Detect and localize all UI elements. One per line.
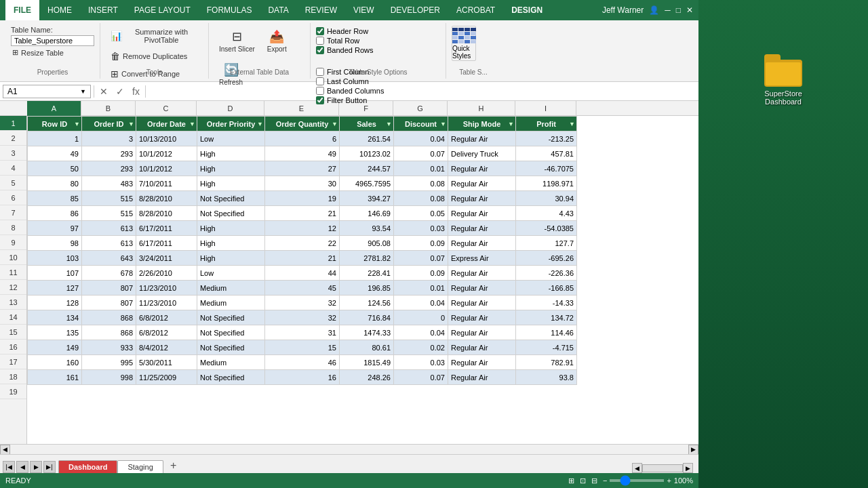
cell-r11-c8[interactable]: -226.36 (516, 266, 577, 281)
filter-btn-3[interactable]: ▼ (257, 121, 263, 127)
table-row[interactable]: 804837/10/2011High304965.75950.08Regular… (28, 176, 577, 191)
cell-r7-c4[interactable]: 21 (265, 206, 340, 221)
cell-r12-c3[interactable]: Medium (197, 281, 265, 296)
row-num-12[interactable]: 12 (0, 280, 26, 295)
cell-r12-c0[interactable]: 127 (28, 281, 82, 296)
cell-r8-c5[interactable]: 93.54 (340, 221, 394, 236)
cell-r17-c8[interactable]: 782.91 (516, 355, 577, 370)
tab-home[interactable]: HOME (39, 0, 80, 20)
cell-r8-c6[interactable]: 0.03 (394, 221, 448, 236)
cell-r5-c2[interactable]: 7/10/2011 (136, 176, 197, 191)
cell-r14-c6[interactable]: 0 (394, 310, 448, 325)
cell-r17-c4[interactable]: 46 (265, 355, 340, 370)
sheet-scroll-right[interactable]: ▶ (683, 463, 693, 473)
cell-r5-c7[interactable]: Regular Air (448, 176, 516, 191)
cell-r18-c6[interactable]: 0.07 (394, 370, 448, 385)
cell-r10-c0[interactable]: 103 (28, 251, 82, 266)
cell-r2-c4[interactable]: 6 (265, 131, 340, 146)
cell-r4-c7[interactable]: Regular Air (448, 161, 516, 176)
cell-r2-c3[interactable]: Low (197, 131, 265, 146)
row-num-6[interactable]: 6 (0, 190, 26, 205)
cell-r18-c2[interactable]: 11/25/2009 (136, 370, 197, 385)
pivot-table-btn[interactable]: 📊 Summarize with PivotTable (106, 26, 203, 46)
cell-r16-c6[interactable]: 0.02 (394, 340, 448, 355)
cell-r7-c5[interactable]: 146.69 (340, 206, 394, 221)
table-header-row-id[interactable]: Row ID▼ (28, 117, 82, 131)
row-num-13[interactable]: 13 (0, 295, 26, 310)
cell-r18-c3[interactable]: Not Specified (197, 370, 265, 385)
cell-r17-c3[interactable]: Medium (197, 355, 265, 370)
cell-r5-c3[interactable]: High (197, 176, 265, 191)
cell-r15-c4[interactable]: 31 (265, 325, 340, 340)
page-layout-btn[interactable]: ⊞ (568, 476, 574, 485)
cell-r8-c3[interactable]: High (197, 221, 265, 236)
cell-r15-c6[interactable]: 0.04 (394, 325, 448, 340)
name-box-dropdown[interactable]: ▼ (80, 88, 86, 95)
cell-r16-c4[interactable]: 15 (265, 340, 340, 355)
cell-r3-c8[interactable]: 457.81 (516, 146, 577, 161)
cell-r6-c7[interactable]: Regular Air (448, 191, 516, 206)
col-header-I[interactable]: I (515, 101, 576, 116)
tab-acrobat[interactable]: ACROBAT (448, 0, 503, 20)
row-num-5[interactable]: 5 (0, 176, 26, 190)
cell-r11-c0[interactable]: 107 (28, 266, 82, 281)
cell-r12-c5[interactable]: 196.85 (340, 281, 394, 296)
table-row[interactable]: 12880711/23/2010Medium32124.560.04Regula… (28, 296, 577, 310)
cell-r18-c0[interactable]: 161 (28, 370, 82, 385)
cell-r13-c3[interactable]: Medium (197, 296, 265, 310)
resize-table-btn[interactable]: ⊞ Resize Table (11, 47, 94, 58)
cell-r8-c8[interactable]: -54.0385 (516, 221, 577, 236)
sheet-tab-staging[interactable]: Staging (117, 460, 163, 473)
cell-r7-c8[interactable]: 4.43 (516, 206, 577, 221)
cell-r10-c2[interactable]: 3/24/2011 (136, 251, 197, 266)
table-row[interactable]: 5029310/1/2012High27244.570.01Regular Ai… (28, 161, 577, 176)
cell-r8-c0[interactable]: 97 (28, 221, 82, 236)
cell-r8-c7[interactable]: Regular Air (448, 221, 516, 236)
cell-r4-c6[interactable]: 0.01 (394, 161, 448, 176)
table-header-order-priority[interactable]: Order Priority▼ (197, 117, 265, 131)
cell-r4-c0[interactable]: 50 (28, 161, 82, 176)
cell-r5-c4[interactable]: 30 (265, 176, 340, 191)
cell-r14-c3[interactable]: Not Specified (197, 310, 265, 325)
cell-r18-c1[interactable]: 998 (82, 370, 136, 385)
table-row[interactable]: 1310/13/2010Low6261.540.04Regular Air-21… (28, 131, 577, 146)
col-header-C[interactable]: C (136, 101, 197, 116)
sheet-next-btn[interactable]: ▶ (30, 461, 42, 473)
filter-btn-1[interactable]: ▼ (128, 121, 134, 127)
table-header-order-quantity[interactable]: Order Quantity▼ (265, 117, 340, 131)
cell-r13-c2[interactable]: 11/23/2010 (136, 296, 197, 310)
tab-insert[interactable]: INSERT (80, 0, 126, 20)
cell-r11-c5[interactable]: 228.41 (340, 266, 394, 281)
sheet-first-btn[interactable]: |◀ (3, 461, 15, 473)
normal-view-btn[interactable]: ⊡ (580, 476, 586, 485)
cell-r9-c3[interactable]: High (197, 236, 265, 251)
sheet-scroll-left[interactable]: ◀ (632, 463, 642, 473)
cell-r4-c4[interactable]: 27 (265, 161, 340, 176)
cell-r10-c5[interactable]: 2781.82 (340, 251, 394, 266)
row-num-7[interactable]: 7 (0, 205, 26, 220)
cell-r10-c4[interactable]: 21 (265, 251, 340, 266)
table-row[interactable]: 855158/28/2010Not Specified19394.270.08R… (28, 191, 577, 206)
row-num-2[interactable]: 2 (0, 131, 26, 146)
filter-btn-2[interactable]: ▼ (189, 121, 195, 127)
zoom-out-btn[interactable]: − (603, 476, 607, 485)
cell-r12-c2[interactable]: 11/23/2010 (136, 281, 197, 296)
cell-r15-c3[interactable]: Not Specified (197, 325, 265, 340)
cell-r13-c7[interactable]: Regular Air (448, 296, 516, 310)
cell-r10-c6[interactable]: 0.07 (394, 251, 448, 266)
export-btn[interactable]: 📤 Export (262, 26, 292, 56)
cell-r14-c2[interactable]: 6/8/2012 (136, 310, 197, 325)
table-header-profit[interactable]: Profit▼ (516, 117, 577, 131)
cell-r14-c5[interactable]: 716.84 (340, 310, 394, 325)
table-header-discount[interactable]: Discount▼ (394, 117, 448, 131)
cell-r16-c5[interactable]: 80.61 (340, 340, 394, 355)
cell-r7-c7[interactable]: Regular Air (448, 206, 516, 221)
row-num-1[interactable]: 1 (0, 116, 26, 131)
sheet-scroll-track[interactable] (642, 464, 683, 472)
cell-r15-c1[interactable]: 868 (82, 325, 136, 340)
filter-btn-8[interactable]: ▼ (569, 121, 575, 127)
cell-r12-c7[interactable]: Regular Air (448, 281, 516, 296)
table-row[interactable]: 976136/17/2011High1293.540.03Regular Air… (28, 221, 577, 236)
cell-r7-c1[interactable]: 515 (82, 206, 136, 221)
zoom-in-btn[interactable]: + (667, 476, 671, 485)
